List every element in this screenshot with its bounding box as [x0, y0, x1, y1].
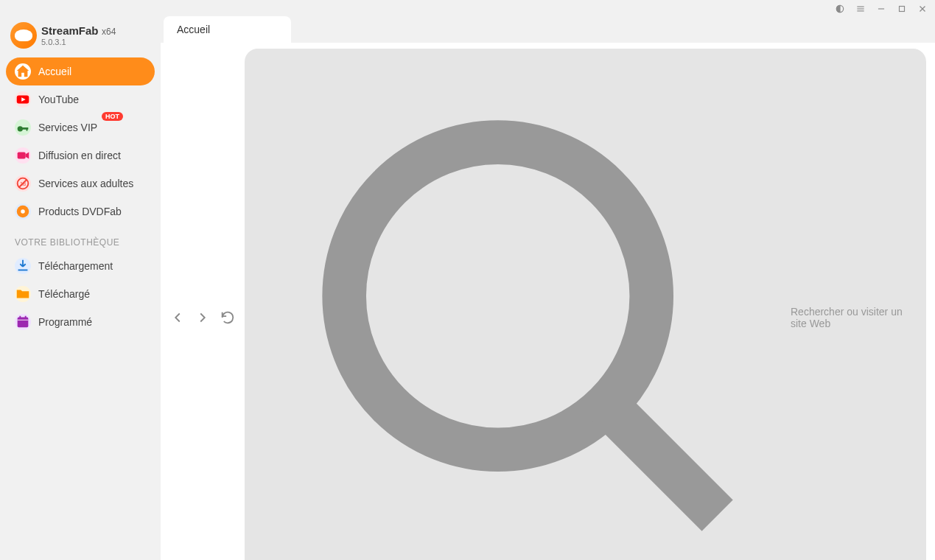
nav-accueil[interactable]: Accueil — [6, 57, 155, 85]
svg-rect-20 — [18, 270, 28, 271]
nav-téléchargé[interactable]: Téléchargé — [6, 280, 155, 308]
nav-diffusion-en-direct[interactable]: Diffusion en direct — [6, 141, 155, 169]
nav-label: Accueil — [38, 66, 71, 77]
dvdfab-icon — [15, 203, 31, 220]
nav-label: Programmé — [38, 316, 92, 328]
nav-programmé[interactable]: Programmé — [6, 308, 155, 336]
nav-services-vip[interactable]: Services VIPHOT — [6, 113, 155, 141]
close-icon[interactable] — [917, 4, 928, 14]
youtube-icon — [15, 91, 31, 108]
svg-marker-14 — [26, 152, 29, 158]
nav-youtube[interactable]: YouTube — [6, 85, 155, 113]
app-name: StreamFab — [41, 24, 99, 37]
download-icon — [15, 258, 31, 274]
svg-text:18: 18 — [20, 181, 26, 187]
svg-rect-21 — [18, 318, 29, 328]
app-arch: x64 — [102, 27, 116, 37]
url-toolbar: Rechercher ou visiter un site Web — [161, 43, 935, 560]
minimize-icon[interactable] — [876, 4, 886, 14]
nav-label: Products DVDFab — [38, 206, 122, 217]
app-version: 5.0.3.1 — [41, 38, 116, 46]
mascot-icon — [10, 22, 37, 49]
nav-label: Services aux adultes — [38, 178, 133, 189]
back-button[interactable] — [169, 309, 186, 326]
svg-point-19 — [21, 209, 25, 214]
adult-icon: 18 — [15, 175, 31, 192]
home-icon — [15, 63, 31, 80]
nav-services-aux-adultes[interactable]: 18Services aux adultes — [6, 169, 155, 197]
folder-icon — [15, 286, 31, 302]
url-placeholder: Rechercher ou visiter un site Web — [791, 306, 914, 329]
tab-accueil[interactable]: Accueil — [164, 16, 291, 43]
hot-badge: HOT — [102, 112, 123, 121]
nav-products-dvdfab[interactable]: Products DVDFab — [6, 197, 155, 225]
restore-icon[interactable] — [897, 4, 907, 14]
nav-label: Services VIP — [38, 122, 97, 133]
sidebar: StreamFab x64 5.0.3.1 AccueilYouTubeServ… — [0, 16, 161, 560]
tabbar: Accueil — [161, 16, 935, 43]
svg-point-25 — [344, 142, 651, 449]
theme-icon[interactable] — [835, 4, 845, 14]
library-section-label: VOTRE BIBLIOTHÈQUE — [6, 227, 155, 251]
schedule-icon — [15, 314, 31, 330]
svg-line-26 — [608, 406, 718, 516]
svg-rect-12 — [27, 127, 28, 131]
nav-label: Téléchargé — [38, 288, 90, 300]
live-icon — [15, 147, 31, 164]
app-logo: StreamFab x64 5.0.3.1 — [6, 19, 155, 56]
nav-label: Téléchargement — [38, 260, 113, 272]
forward-button[interactable] — [195, 309, 211, 326]
menu-icon[interactable] — [855, 4, 866, 14]
nav-téléchargement[interactable]: Téléchargement — [6, 252, 155, 280]
reload-button[interactable] — [220, 309, 236, 326]
url-input[interactable]: Rechercher ou visiter un site Web — [245, 49, 926, 560]
search-icon — [256, 55, 783, 560]
nav-label: YouTube — [38, 94, 79, 105]
svg-rect-13 — [18, 152, 26, 158]
key-icon — [15, 119, 31, 136]
titlebar — [0, 0, 935, 16]
nav-label: Diffusion en direct — [38, 150, 121, 161]
svg-rect-5 — [900, 7, 905, 12]
